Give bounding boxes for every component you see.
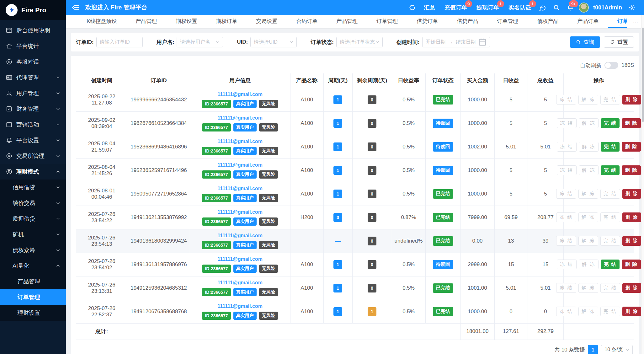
user-email-link[interactable]: 111111@gmail.com [191, 92, 289, 97]
auto-refresh-toggle[interactable] [604, 62, 618, 69]
finish-button[interactable]: 完 结 [600, 95, 620, 105]
finish-button[interactable]: 完 结 [601, 142, 620, 152]
avatar[interactable] [579, 3, 589, 13]
notification-bell-icon[interactable]: 9+ [565, 2, 576, 13]
freeze-button[interactable]: 冻 结 [556, 212, 576, 222]
freeze-button[interactable]: 冻 结 [556, 307, 576, 316]
search-icon[interactable] [551, 2, 562, 13]
username[interactable]: t001Admin [593, 4, 622, 11]
tab-7[interactable]: 订单管理 [367, 15, 407, 28]
sidebar-item-9[interactable]: 理财模式 [0, 164, 66, 180]
search-button[interactable]: 查询 [570, 36, 600, 48]
tab-2[interactable]: 期权设置 [166, 15, 206, 28]
finish-button[interactable]: 完 结 [600, 307, 620, 316]
sidebar-item-4[interactable]: 用户管理 [0, 85, 66, 101]
finish-button[interactable]: 完 结 [600, 212, 620, 222]
tab-6[interactable]: 产品管理 [327, 15, 367, 28]
freeze-button[interactable]: 冻 结 [556, 95, 576, 105]
kyc-link[interactable]: 实名认证 1 [505, 4, 534, 11]
delete-button[interactable]: 删 除 [622, 307, 641, 316]
delete-button[interactable]: 删 除 [622, 95, 641, 105]
status-select[interactable]: 请选择订单状态 [336, 37, 383, 47]
tab-12[interactable]: 产品订单 [568, 15, 608, 28]
submenu-item-1[interactable]: 锁价交易 [0, 195, 66, 211]
finish-button[interactable]: 完 结 [601, 118, 620, 128]
delete-button[interactable]: 删 除 [622, 260, 641, 269]
unfreeze-button[interactable]: 解 冻 [579, 165, 599, 175]
submenu-item-2[interactable]: 质押借贷 [0, 211, 66, 227]
withdraw-orders-link[interactable]: 提现订单 1 [473, 4, 502, 11]
user-email-link[interactable]: 111111@gmail.com [191, 280, 289, 286]
unfreeze-button[interactable]: 解 冻 [578, 283, 598, 293]
delete-button[interactable]: 删 除 [622, 189, 641, 199]
tab-5[interactable]: 合约订单 [287, 15, 327, 28]
date-range-picker[interactable]: 开始日期 → 结束日期 [422, 37, 490, 47]
sidebar-item-3[interactable]: 代理管理 [0, 70, 66, 85]
delete-button[interactable]: 删 除 [622, 236, 641, 246]
tab-4[interactable]: 交易设置 [247, 15, 287, 28]
user-email-link[interactable]: 111111@gmail.com [191, 303, 289, 309]
submenu-item-4[interactable]: 债权众筹 [0, 242, 66, 258]
sidebar-item-8[interactable]: 交易所管理 [0, 148, 66, 164]
unfreeze-button[interactable]: 解 冻 [578, 236, 598, 246]
finish-button[interactable]: 完 结 [601, 260, 620, 269]
delete-button[interactable]: 删 除 [622, 118, 641, 128]
user-email-link[interactable]: 111111@gmail.com [191, 115, 289, 121]
refresh-icon[interactable] [407, 2, 418, 13]
vertical-scrollbar[interactable] [641, 15, 644, 354]
tab-1[interactable]: 产品管理 [126, 15, 166, 28]
uid-select[interactable]: 请选择UID [250, 37, 297, 47]
tab-3[interactable]: 期权订单 [206, 15, 247, 28]
unfreeze-button[interactable]: 解 冻 [579, 142, 599, 152]
sidebar-item-2[interactable]: 客服对话 [0, 54, 66, 70]
freeze-button[interactable]: 冻 结 [557, 165, 577, 175]
finish-button[interactable]: 完 结 [600, 189, 620, 199]
delete-button[interactable]: 删 除 [622, 165, 641, 175]
user-email-link[interactable]: 111111@gmail.com [191, 186, 289, 191]
finish-button[interactable]: 完 结 [601, 165, 620, 175]
tab-10[interactable]: 订单管理 [487, 15, 528, 28]
delete-button[interactable]: 删 除 [622, 142, 641, 152]
submenu-item-产品管理[interactable]: 产品管理 [0, 274, 66, 289]
tab-8[interactable]: 借贷订单 [407, 15, 447, 28]
freeze-button[interactable]: 冻 结 [556, 189, 576, 199]
deposit-orders-link[interactable]: 充值订单 9 [441, 4, 470, 11]
user-email-link[interactable]: 111111@gmail.com [191, 139, 289, 144]
sidebar-item-6[interactable]: 营销活动 [0, 117, 66, 132]
order-id-input[interactable] [96, 37, 143, 47]
menu-fold-icon[interactable] [70, 2, 81, 13]
sidebar-item-7[interactable]: 平台设置 [0, 132, 66, 148]
sidebar-item-5[interactable]: 财务管理 [0, 101, 66, 117]
submenu-item-订单管理[interactable]: 订单管理 [0, 289, 66, 305]
unfreeze-button[interactable]: 解 冻 [579, 260, 599, 269]
reset-button[interactable]: 重置 [604, 36, 634, 48]
user-email-link[interactable]: 111111@gmail.com [191, 209, 289, 215]
username-select[interactable]: 请选择用户名 [177, 37, 223, 47]
exchange-link[interactable]: 汇兑 [421, 4, 438, 11]
unfreeze-button[interactable]: 解 冻 [578, 307, 598, 316]
page-1-button[interactable]: 1 [588, 345, 598, 354]
submenu-item-理财设置[interactable]: 理财设置 [0, 305, 66, 321]
tab-9[interactable]: 借贷产品 [447, 15, 487, 28]
finish-button[interactable]: 完 结 [600, 283, 620, 293]
user-email-link[interactable]: 111111@gmail.com [191, 256, 289, 262]
sidebar-item-0[interactable]: 后台使用说明 [0, 23, 66, 38]
freeze-button[interactable]: 冻 结 [557, 142, 577, 152]
submenu-item-0[interactable]: 信用借贷 [0, 180, 66, 195]
submenu-item-5[interactable]: AI量化 [0, 258, 66, 274]
unfreeze-button[interactable]: 解 冻 [579, 118, 599, 128]
delete-button[interactable]: 删 除 [622, 283, 641, 293]
tab-11[interactable]: 债权产品 [528, 15, 568, 28]
scrollbar-thumb[interactable] [642, 28, 644, 122]
unfreeze-button[interactable]: 解 冻 [578, 189, 598, 199]
submenu-item-3[interactable]: 矿机 [0, 227, 66, 242]
unfreeze-button[interactable]: 解 冻 [578, 95, 598, 105]
tab-0[interactable]: K线控盘预设 [77, 15, 126, 28]
message-icon[interactable] [537, 2, 548, 13]
freeze-button[interactable]: 冻 结 [556, 236, 576, 246]
finish-button[interactable]: 完 结 [600, 236, 620, 246]
page-size-select[interactable]: 10 条/页 [601, 345, 633, 354]
settings-gear-icon[interactable] [626, 2, 637, 13]
user-email-link[interactable]: 111111@gmail.com [191, 162, 289, 168]
sidebar-item-1[interactable]: 平台统计 [0, 38, 66, 54]
